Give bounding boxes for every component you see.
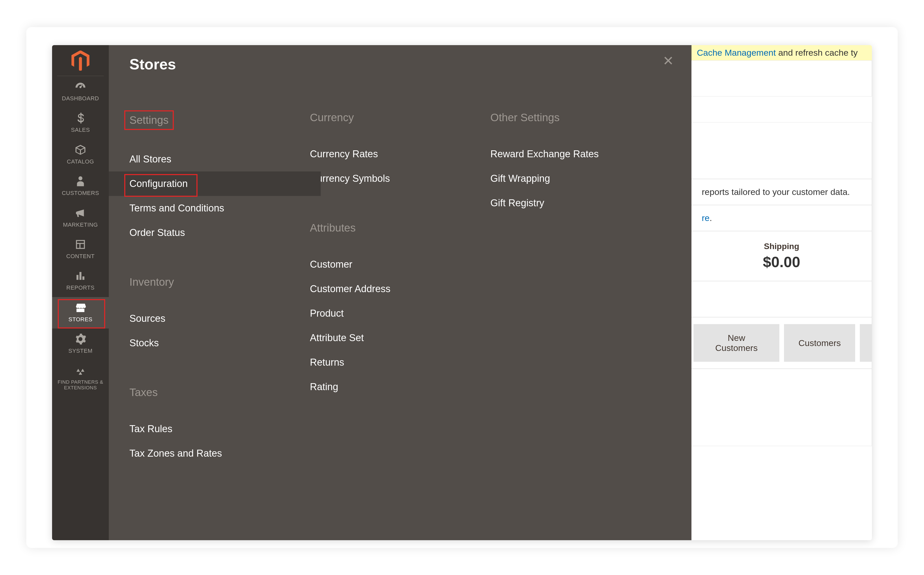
link-gift-registry[interactable]: Gift Registry <box>491 191 671 215</box>
link-reward-rates[interactable]: Reward Exchange Rates <box>491 142 671 166</box>
stores-flyout: Stores Settings All Stores Configuration… <box>109 45 691 540</box>
nav-sales[interactable]: SALES <box>52 108 109 139</box>
gear-icon <box>53 333 108 345</box>
link-order-status[interactable]: Order Status <box>129 221 310 245</box>
group-attributes: Attributes <box>310 222 356 234</box>
link-attr-customer-address[interactable]: Customer Address <box>310 277 491 301</box>
layout-icon <box>53 238 108 250</box>
link-terms[interactable]: Terms and Conditions <box>129 196 310 221</box>
nav-marketing[interactable]: MARKETING <box>52 202 109 234</box>
link-attr-customer[interactable]: Customer <box>310 252 491 277</box>
link-attr-product[interactable]: Product <box>310 301 491 326</box>
magento-logo[interactable] <box>57 45 104 76</box>
link-currency-rates[interactable]: Currency Rates <box>310 142 491 166</box>
background-panel: Cache Management and refresh cache ty re… <box>691 45 872 540</box>
here-link[interactable]: re <box>702 213 710 223</box>
nav-content[interactable]: CONTENT <box>52 234 109 265</box>
cache-notice: Cache Management and refresh cache ty <box>691 45 872 60</box>
link-tax-zones[interactable]: Tax Zones and Rates <box>129 441 310 466</box>
link-attr-returns[interactable]: Returns <box>310 350 491 375</box>
link-stocks[interactable]: Stocks <box>129 331 310 355</box>
link-attr-set[interactable]: Attribute Set <box>310 326 491 350</box>
tab-new-customers[interactable]: New Customers <box>694 324 780 362</box>
close-icon[interactable] <box>663 56 673 66</box>
person-icon <box>53 175 108 187</box>
group-settings: Settings <box>125 111 173 129</box>
group-inventory: Inventory <box>129 276 174 288</box>
flyout-col-2: Currency Currency Rates Currency Symbols… <box>310 111 491 466</box>
dollar-icon <box>53 112 108 124</box>
shipping-stat: Shipping $0.00 <box>691 231 872 281</box>
link-gift-wrapping[interactable]: Gift Wrapping <box>491 166 671 191</box>
link-tax-rules[interactable]: Tax Rules <box>129 417 310 441</box>
tab-more[interactable] <box>860 324 872 362</box>
storefront-icon <box>53 302 108 313</box>
cache-management-link[interactable]: Cache Management <box>697 48 776 57</box>
flyout-col-3: Other Settings Reward Exchange Rates Gif… <box>491 111 671 466</box>
blocks-icon <box>53 365 108 377</box>
admin-sidebar: DASHBOARD SALES CATALOG CUSTOMERS MARKET… <box>52 45 109 540</box>
flyout-col-1: Settings All Stores Configuration Terms … <box>129 111 310 466</box>
stat-label: Shipping <box>702 241 861 251</box>
app-window: Cache Management and refresh cache ty re… <box>52 45 872 540</box>
bars-icon <box>53 270 108 282</box>
gauge-icon <box>53 81 108 92</box>
group-other: Other Settings <box>491 111 559 124</box>
group-currency: Currency <box>310 111 354 124</box>
tabs-row: New Customers Customers <box>691 317 872 369</box>
nav-stores[interactable]: STORES <box>52 297 109 329</box>
screenshot-frame: Cache Management and refresh cache ty re… <box>26 27 898 548</box>
notice-suffix: and refresh cache ty <box>776 48 858 57</box>
megaphone-icon <box>53 207 108 219</box>
box-icon <box>53 144 108 156</box>
nav-customers[interactable]: CUSTOMERS <box>52 171 109 202</box>
bi-reports-text: reports tailored to your customer data. <box>691 179 872 205</box>
link-sources[interactable]: Sources <box>129 306 310 331</box>
link-currency-symbols[interactable]: Currency Symbols <box>310 166 491 191</box>
link-attr-rating[interactable]: Rating <box>310 375 491 399</box>
tab-customers[interactable]: Customers <box>784 324 855 362</box>
nav-reports[interactable]: REPORTS <box>52 265 109 297</box>
link-configuration[interactable]: Configuration <box>109 172 321 196</box>
stat-value: $0.00 <box>702 253 861 270</box>
group-taxes: Taxes <box>129 386 158 399</box>
nav-dashboard[interactable]: DASHBOARD <box>52 76 109 108</box>
flyout-columns: Settings All Stores Configuration Terms … <box>129 111 671 466</box>
flyout-title: Stores <box>129 56 671 73</box>
nav-system[interactable]: SYSTEM <box>52 329 109 360</box>
nav-catalog[interactable]: CATALOG <box>52 139 109 171</box>
nav-partners[interactable]: FIND PARTNERS & EXTENSIONS <box>52 360 109 397</box>
link-all-stores[interactable]: All Stores <box>129 147 310 172</box>
here-row: re. <box>691 205 872 231</box>
